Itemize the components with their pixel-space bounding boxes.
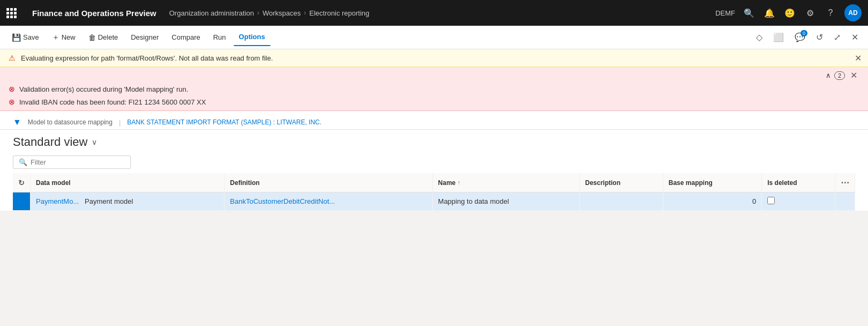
warning-alert: ⚠ Evaluating expression for path 'format…	[0, 49, 868, 67]
error-icon-1: ⊗	[9, 85, 15, 93]
breadcrumb-sep-1: ›	[257, 9, 259, 17]
selection-bar	[13, 192, 31, 211]
definition-value[interactable]: BankToCustomerDebitCreditNot...	[230, 197, 335, 205]
cell-more	[835, 192, 855, 211]
view-title: Standard view	[13, 135, 87, 149]
warning-text: Evaluating expression for path 'format/R…	[21, 54, 273, 62]
mapping-separator: |	[119, 118, 121, 127]
refresh-icon[interactable]: ↻	[18, 179, 25, 187]
filter-input-wrap: 🔍	[13, 155, 131, 169]
more-options-icon[interactable]: ⋯	[841, 178, 849, 187]
filter-search-icon: 🔍	[19, 158, 27, 166]
th-refresh[interactable]: ↻	[13, 173, 31, 192]
table-header-row: ↻ Data model Definition Name ↑	[13, 173, 855, 192]
name-value: Mapping to data model	[438, 197, 509, 205]
compare-button[interactable]: Compare	[166, 29, 205, 46]
breadcrumb-org-admin[interactable]: Organization administration	[169, 9, 254, 17]
th-data-model: Data model	[31, 173, 225, 192]
top-nav-right: DEMF 🔍 🔔 🙂 ⚙ ? AD	[715, 4, 862, 21]
data-table: ↻ Data model Definition Name ↑	[13, 173, 855, 211]
warning-close-button[interactable]: ✕	[855, 53, 862, 63]
help-icon[interactable]: ?	[824, 8, 837, 18]
toolbar-diamond-icon[interactable]: ◇	[753, 30, 766, 45]
toolbar-right-icons: ◇ ⬜ 💬 0 ↺ ⤢ ✕	[753, 30, 862, 45]
chevron-up-icon: ∧	[826, 71, 831, 79]
table-row[interactable]: PaymentMo... Payment model BankToCustome…	[13, 192, 855, 211]
settings-icon[interactable]: ⚙	[804, 8, 817, 18]
view-chevron-icon[interactable]: ∨	[92, 138, 97, 146]
cell-is-deleted	[762, 192, 835, 211]
toolbar-close-icon[interactable]: ✕	[848, 30, 862, 45]
breadcrumb-workspaces[interactable]: Workspaces	[263, 9, 301, 17]
content-area: ▼ Model to datasource mapping | BANK STA…	[0, 111, 868, 211]
toolbar-fullscreen-icon[interactable]: ⤢	[830, 30, 844, 45]
table-container: ↻ Data model Definition Name ↑	[0, 173, 868, 211]
base-mapping-value: 0	[752, 197, 756, 205]
th-more[interactable]: ⋯	[835, 173, 855, 192]
cell-data-model: PaymentMo... Payment model	[31, 192, 225, 211]
error-alert-container: ∧ 2 ✕ ⊗ Validation error(s) occured duri…	[0, 67, 868, 111]
search-icon[interactable]: 🔍	[743, 8, 755, 18]
filter-input[interactable]	[31, 158, 125, 166]
th-is-deleted: Is deleted	[762, 173, 835, 192]
top-navigation: Finance and Operations Preview Organizat…	[0, 0, 868, 26]
toolbar-panel-icon[interactable]: ⬜	[770, 30, 787, 45]
errors-close-button[interactable]: ✕	[848, 69, 859, 82]
save-button[interactable]: 💾 Save	[6, 29, 44, 46]
view-title-row: Standard view ∨	[0, 130, 868, 153]
data-model-short[interactable]: PaymentMo...	[36, 197, 79, 205]
th-definition: Definition	[225, 173, 432, 192]
cell-definition: BankToCustomerDebitCreditNot...	[225, 192, 432, 211]
new-icon: ＋	[52, 33, 59, 42]
emoji-icon[interactable]: 🙂	[783, 8, 796, 18]
mapping-name: BANK STATEMENT IMPORT FORMAT (SAMPLE) : …	[127, 118, 321, 126]
error-row-2: ⊗ Invalid IBAN code has been found: FI21…	[9, 95, 859, 108]
error-icon-2: ⊗	[9, 98, 15, 106]
error-text-1: Validation error(s) occured during 'Mode…	[19, 85, 188, 93]
cell-description	[579, 192, 663, 211]
delete-icon: 🗑	[88, 33, 96, 42]
error-row-1: ⊗ Validation error(s) occured during 'Mo…	[9, 83, 859, 95]
cell-base-mapping: 0	[663, 192, 761, 211]
bell-icon[interactable]: 🔔	[763, 8, 776, 18]
designer-button[interactable]: Designer	[125, 29, 164, 46]
env-label: DEMF	[715, 9, 735, 17]
app-title: Finance and Operations Preview	[32, 9, 156, 18]
data-model-full: Payment model	[85, 197, 133, 205]
breadcrumb-electronic-reporting[interactable]: Electronic reporting	[309, 9, 369, 17]
save-icon: 💾	[12, 33, 21, 42]
is-deleted-checkbox[interactable]	[767, 197, 775, 204]
content-header: ▼ Model to datasource mapping | BANK STA…	[0, 111, 868, 130]
th-name[interactable]: Name ↑	[432, 173, 579, 192]
error-text-2: Invalid IBAN code has been found: FI21 1…	[19, 98, 206, 106]
mapping-label: Model to datasource mapping	[28, 118, 113, 126]
cell-name: Mapping to data model	[432, 192, 579, 211]
warning-icon: ⚠	[9, 54, 16, 62]
breadcrumb: Organization administration › Workspaces…	[169, 9, 711, 17]
user-avatar[interactable]: AD	[844, 4, 862, 21]
filter-icon[interactable]: ▼	[13, 117, 21, 127]
th-description: Description	[579, 173, 663, 192]
toolbar-refresh-icon[interactable]: ↺	[813, 30, 826, 45]
sort-icon: ↑	[458, 180, 460, 186]
th-base-mapping: Base mapping	[663, 173, 761, 192]
new-button[interactable]: ＋ New	[47, 29, 81, 46]
toolbar: 💾 Save ＋ New 🗑 Delete Designer Compare R…	[0, 26, 868, 49]
error-counter: ∧ 2 ✕	[826, 69, 859, 82]
delete-button[interactable]: 🗑 Delete	[83, 29, 124, 46]
breadcrumb-sep-2: ›	[304, 9, 306, 17]
toolbar-badge-icon[interactable]: 💬 0	[791, 30, 809, 45]
error-alert-header: ∧ 2 ✕	[9, 67, 859, 83]
error-count-badge: 2	[834, 71, 845, 80]
run-button[interactable]: Run	[208, 29, 231, 46]
app-grid-button[interactable]	[6, 8, 28, 18]
filter-row: 🔍	[0, 153, 868, 173]
options-button[interactable]: Options	[234, 29, 271, 46]
